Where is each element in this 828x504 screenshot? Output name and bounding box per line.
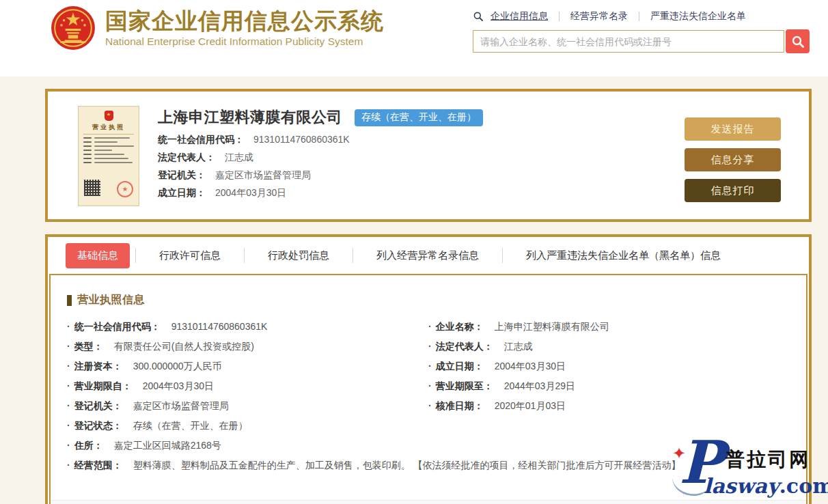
site-title-cn: 国家企业信用信息公示系统 [105, 9, 384, 33]
company-name: 上海申江塑料薄膜有限公司 [158, 107, 342, 128]
top-nav: 企业信用信息 经营异常名录 严重违法失信企业名单 [473, 10, 812, 23]
nav-divider [639, 12, 639, 21]
field-company-type: 类型： 有限责任公司(自然人投资或控股) [67, 341, 428, 352]
section-title-license-info: 营业执照信息 [67, 293, 790, 307]
nav-divider [559, 12, 560, 21]
summary-field-credit-code: 统一社会信用代码： 91310114760860361K [158, 134, 483, 145]
search-icon [791, 35, 805, 48]
search-icon [473, 11, 484, 22]
detail-tabs: 基础信息 行政许可信息 行政处罚信息 列入经营异常名录信息 列入严重违法失信企业… [48, 237, 809, 274]
company-detail-card: 基础信息 行政许可信息 行政处罚信息 列入经营异常名录信息 列入严重违法失信企业… [45, 234, 812, 504]
business-license-info-panel: 营业执照信息 统一社会信用代码： 91310114760860361K 类型： … [49, 274, 808, 504]
nav-link-serious-violations[interactable]: 严重违法失信企业名单 [649, 10, 747, 23]
summary-field-legal-rep: 法定代表人： 江志成 [158, 152, 483, 163]
status-badge: 存续（在营、开业、在册） [355, 109, 483, 126]
field-registered-capital: 注册资本： 300.000000万人民币 [67, 361, 428, 372]
field-legal-rep: 法定代表人： 江志成 [428, 341, 790, 352]
send-report-button[interactable]: 发送报告 [685, 117, 781, 141]
field-establish-date: 成立日期： 2004年03月30日 [428, 361, 790, 372]
field-company-name: 企业名称： 上海申江塑料薄膜有限公司 [428, 321, 790, 332]
search-button[interactable] [786, 29, 810, 53]
field-credit-code: 统一社会信用代码： 91310114760860361K [67, 321, 428, 332]
site-brand: 国家企业信用信息公示系统 National Enterprise Credit … [51, 5, 384, 51]
field-approval-date: 核准日期： 2020年01月03日 [428, 400, 790, 411]
print-info-button[interactable]: 信息打印 [685, 179, 781, 202]
tab-basic-info[interactable]: 基础信息 [66, 243, 130, 268]
field-registration-authority: 登记机关： 嘉定区市场监督管理局 [67, 400, 428, 411]
tab-administrative-license[interactable]: 行政许可信息 [136, 249, 244, 262]
search-input[interactable] [473, 30, 784, 53]
license-red-stamp-icon [117, 181, 133, 197]
field-registration-status: 登记状态： 存续（在营、开业、在册） [67, 420, 428, 431]
national-emblem-logo [51, 5, 96, 51]
field-business-scope: 经营范围： 塑料薄膜、塑料制品及五金配件的生产、加工及销售，包装印刷。 【依法须… [67, 460, 790, 471]
business-license-thumbnail[interactable]: 营业执照 [78, 106, 139, 206]
site-title-en: National Enterprise Credit Information P… [105, 36, 384, 48]
page-header: 国家企业信用信息公示系统 National Enterprise Credit … [0, 0, 828, 76]
field-address: 住所： 嘉定工业区回城路2168号 [67, 440, 428, 451]
summary-field-establish-date: 成立日期： 2004年03月30日 [158, 187, 483, 199]
share-info-button[interactable]: 信息分享 [685, 148, 781, 171]
summary-field-registration-authority: 登记机关： 嘉定区市场监督管理局 [158, 169, 483, 181]
tab-serious-violation-blacklist[interactable]: 列入严重违法失信企业名单（黑名单）信息 [503, 249, 744, 262]
company-summary-card: 营业执照 上海申江塑料薄膜有限公司 存续（在营、开业、在册） 统一社会信用代码：… [45, 89, 812, 222]
tab-abnormal-operation-list[interactable]: 列入经营异常名录信息 [353, 249, 502, 262]
license-thumb-title: 营业执照 [83, 123, 134, 132]
license-divider [83, 134, 134, 135]
section-bottom-divider [51, 500, 806, 504]
field-term-to: 营业期限至： 2044年03月29日 [428, 380, 790, 391]
license-qr-code [84, 180, 100, 196]
field-term-from: 营业期限自： 2004年03月30日 [67, 380, 428, 391]
section-marker [67, 295, 72, 306]
nav-link-abnormal-operations[interactable]: 经营异常名录 [569, 10, 629, 23]
tab-administrative-penalty[interactable]: 行政处罚信息 [245, 249, 353, 262]
nav-link-enterprise-credit[interactable]: 企业信用信息 [489, 10, 549, 23]
license-emblem-icon [105, 111, 113, 121]
